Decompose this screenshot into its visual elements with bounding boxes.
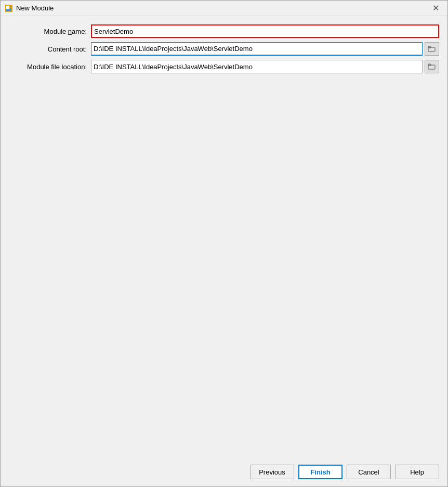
- previous-button[interactable]: Previous: [250, 465, 294, 479]
- svg-rect-4: [6, 9, 11, 11]
- svg-rect-1: [6, 6, 9, 9]
- module-file-location-input[interactable]: [91, 60, 423, 73]
- content-root-input-wrapper: [91, 42, 439, 56]
- button-bar: Previous Finish Cancel Help: [1, 459, 447, 486]
- svg-rect-3: [10, 8, 11, 9]
- module-name-label: Module name:: [9, 28, 87, 35]
- help-button[interactable]: Help: [395, 465, 439, 479]
- title-bar: New Module ✕: [1, 1, 447, 16]
- module-file-location-label: Module file location:: [9, 63, 87, 71]
- module-name-input[interactable]: [91, 24, 439, 38]
- module-name-row: Module name:: [9, 24, 439, 38]
- content-root-label: Content root:: [9, 45, 87, 53]
- form-area: Module name: Content root:: [9, 24, 439, 73]
- new-module-dialog: New Module ✕ Module name: Content root:: [0, 0, 448, 487]
- module-name-input-wrapper: [91, 24, 439, 38]
- content-root-input[interactable]: [91, 42, 423, 56]
- module-file-location-row: Module file location:: [9, 60, 439, 73]
- finish-button[interactable]: Finish: [298, 465, 342, 479]
- dialog-title: New Module: [16, 4, 428, 12]
- dialog-content: Module name: Content root:: [1, 16, 447, 459]
- content-root-browse-button[interactable]: [425, 42, 439, 56]
- close-button[interactable]: ✕: [428, 3, 443, 14]
- svg-rect-2: [10, 6, 11, 7]
- module-file-location-input-wrapper: [91, 60, 439, 73]
- module-file-location-browse-button[interactable]: [425, 60, 439, 73]
- content-root-row: Content root:: [9, 42, 439, 56]
- cancel-button[interactable]: Cancel: [347, 465, 391, 479]
- dialog-icon: [5, 4, 13, 12]
